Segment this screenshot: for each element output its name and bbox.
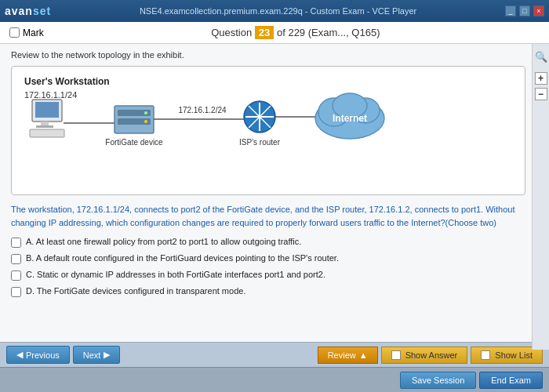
exam-info: (Exam..., Q165) — [308, 27, 380, 38]
minimize-button[interactable]: _ — [505, 5, 516, 16]
show-answer-checkbox-icon — [391, 350, 401, 360]
svg-point-9 — [144, 120, 147, 123]
review-dropdown-icon: ▲ — [359, 350, 368, 360]
checkbox-a[interactable] — [11, 238, 21, 248]
zoom-out-button[interactable]: − — [535, 88, 547, 100]
content-area: Review to the network topology in the ex… — [0, 44, 549, 342]
search-zoom-button[interactable]: 🔍 — [535, 50, 547, 63]
question-header: Mark Question 23 of 229 (Exam..., Q165) — [0, 22, 549, 44]
next-arrow-icon: ▶ — [104, 350, 110, 360]
window-title: NSE4.examcollection.premium.exam.229q - … — [51, 6, 505, 16]
choice-d-label: D. The FortiGate devices configured in t… — [26, 286, 245, 296]
question-counter: Question 23 of 229 (Exam..., Q165) — [52, 27, 540, 38]
bottom-nav-bar: ◀ Previous Next ▶ Review ▲ Show Answer S… — [0, 342, 549, 367]
question-number: 23 — [255, 26, 274, 39]
mark-checkbox-area[interactable]: Mark — [9, 27, 44, 38]
checkbox-c[interactable] — [11, 270, 21, 281]
isp-router-label: ISP's router — [239, 138, 281, 147]
svg-rect-4 — [30, 129, 64, 137]
zoom-sidebar: 🔍 + − — [532, 44, 549, 350]
svg-rect-2 — [41, 122, 49, 125]
exhibit-instruction: Review to the network topology in the ex… — [11, 50, 525, 60]
previous-button[interactable]: ◀ Previous — [6, 346, 70, 364]
mark-checkbox[interactable] — [9, 27, 20, 38]
logo-text: avan — [5, 5, 33, 17]
svg-rect-1 — [35, 102, 59, 118]
show-answer-button[interactable]: Show Answer — [381, 347, 468, 364]
app-logo: avanset — [5, 5, 51, 17]
checkbox-d[interactable] — [11, 287, 21, 297]
close-button[interactable]: × — [533, 5, 544, 16]
svg-rect-3 — [36, 125, 53, 128]
isp-router-icon — [244, 101, 275, 132]
svg-text:Internet: Internet — [333, 113, 367, 124]
network-diagram: User's Workstation 172.16.1.1/24 — [11, 66, 525, 195]
main-content: Mark Question 23 of 229 (Exam..., Q165) … — [0, 22, 549, 392]
link-ip-label: 172.16.1.2/24 — [178, 106, 227, 114]
fortigate-icon — [115, 106, 154, 133]
title-bar: avanset NSE4.examcollection.premium.exam… — [0, 0, 549, 22]
question-label: Question — [211, 27, 252, 38]
end-exam-button[interactable]: End Exam — [479, 372, 543, 389]
show-list-checkbox-icon — [481, 350, 490, 360]
checkbox-b[interactable] — [11, 254, 21, 264]
choice-c: C. Static or dynamic IP addresses in bot… — [11, 270, 525, 281]
choice-b-label: B. A default route configured in the For… — [26, 253, 339, 263]
answer-choices: A. At least one firewall policy from por… — [11, 237, 525, 297]
choice-c-label: C. Static or dynamic IP addresses in bot… — [26, 270, 325, 279]
maximize-button[interactable]: □ — [519, 5, 530, 16]
window-controls: _ □ × — [505, 5, 544, 16]
choice-d: D. The FortiGate devices configured in t… — [11, 286, 525, 297]
session-bar: Save Session End Exam — [0, 367, 549, 392]
total-questions: of 229 — [277, 27, 305, 38]
save-session-button[interactable]: Save Session — [400, 372, 476, 389]
zoom-in-button[interactable]: + — [535, 72, 547, 85]
previous-arrow-icon: ◀ — [16, 350, 23, 360]
review-button[interactable]: Review ▲ — [318, 347, 378, 364]
mark-label: Mark — [23, 27, 44, 38]
fortigate-label: FortiGate device — [105, 138, 163, 147]
svg-point-8 — [144, 111, 147, 114]
question-text: The workstation, 172.16.1.1/24, connects… — [11, 203, 525, 229]
choice-a-label: A. At least one firewall policy from por… — [26, 237, 301, 246]
choice-b: B. A default route configured in the For… — [11, 253, 525, 264]
logo-accent: set — [33, 5, 51, 17]
internet-cloud-icon: Internet — [315, 93, 384, 139]
next-button[interactable]: Next ▶ — [73, 346, 121, 364]
topology-svg: FortiGate device 172.16.1.2/24 ISP's rou… — [20, 84, 507, 158]
workstation-icon — [30, 100, 64, 137]
choice-a: A. At least one firewall policy from por… — [11, 237, 525, 248]
